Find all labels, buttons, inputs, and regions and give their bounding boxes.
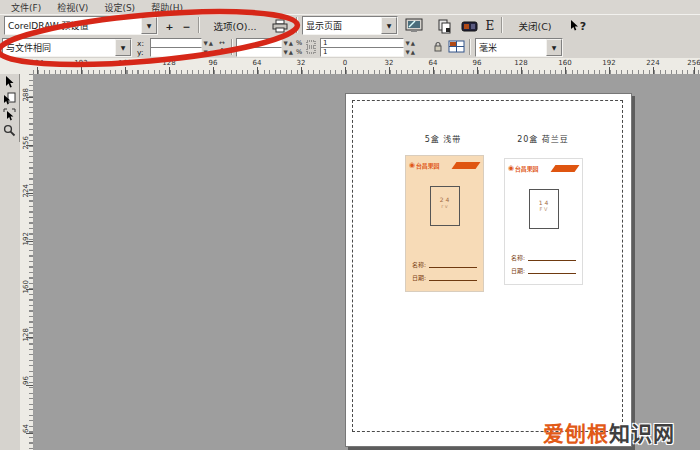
print-style-combobox[interactable]: CorelDRAW 预设值 ▼ (4, 16, 158, 35)
blank-line (528, 268, 576, 274)
zoom-tool-button[interactable] (2, 123, 18, 138)
ruler-label: 256 (683, 59, 700, 67)
show-page-combobox[interactable]: 显示页面 ▼ (302, 16, 398, 35)
ruler-label: 128 (510, 59, 532, 67)
mirror-button[interactable]: E (481, 16, 499, 36)
ruler-major-tick (213, 67, 214, 74)
tile-count-fields: 1▼▲ 1▼▲ (320, 39, 416, 56)
ruler-label: 0 (334, 59, 356, 67)
ruler-major-tick (26, 97, 33, 98)
ruler-major-tick (433, 67, 434, 74)
preview-workspace (33, 74, 700, 450)
horizontal-ruler[interactable]: 2241921601289664320326496128160192224256 (0, 58, 700, 75)
left-gutter (0, 142, 20, 450)
h-spacing-icon: ↔ (219, 39, 225, 47)
image-position-value: 与文件相同 (3, 41, 115, 54)
ruler-major-tick (257, 67, 258, 74)
blank-line (429, 262, 477, 268)
imposition-tool-button[interactable] (2, 91, 18, 106)
color-preview-button[interactable] (400, 16, 428, 36)
tiles-down-input[interactable]: 1 (320, 47, 404, 57)
height-input[interactable] (236, 47, 282, 57)
menu-settings[interactable]: 设定(S) (97, 0, 142, 15)
name-field-label: 名称: (412, 262, 426, 268)
lock-icon[interactable] (433, 41, 443, 55)
spinner-arrows-icon[interactable]: ▼▲ (404, 49, 416, 55)
print-button[interactable] (267, 16, 293, 36)
monitor-icon (405, 18, 424, 34)
v-spacing-icon: ↕ (219, 47, 225, 55)
xy-labels: x: y: (137, 39, 144, 57)
banner-stripe (551, 165, 580, 172)
add-print-style-button[interactable]: + (161, 16, 178, 36)
pick-tool-button[interactable] (2, 75, 18, 90)
center-box: 1 4 F V (529, 189, 559, 229)
ruler-label: 128 (22, 328, 30, 341)
imposition-layout-icon[interactable] (448, 40, 465, 55)
invert-button[interactable] (457, 16, 481, 36)
size-fields: ▼▲ ▼▲ (236, 39, 294, 56)
ruler-label: 96 (202, 59, 224, 67)
chevron-down-icon[interactable]: ▼ (546, 39, 562, 56)
chevron-down-icon[interactable]: ▼ (141, 17, 157, 34)
label-card-right[interactable]: ◉ 台昌果园 1 4 F V 名称: 日期: (504, 158, 583, 285)
ruler-major-tick (653, 67, 654, 74)
ruler-major-tick (26, 385, 33, 386)
ruler-major-tick (345, 67, 346, 74)
print-separations-button[interactable] (433, 16, 457, 36)
ruler-label: 256 (22, 136, 30, 149)
ruler-label: 192 (598, 59, 620, 67)
options-button[interactable]: 选项(O)... (204, 16, 266, 36)
watermark: 爱刨根知识网 (543, 417, 675, 447)
ruler-label: 32 (290, 59, 312, 67)
ruler-major-tick (26, 193, 33, 194)
preview-toolbox (0, 74, 20, 144)
delete-print-style-button[interactable]: − (178, 16, 195, 36)
ruler-major-tick (301, 67, 302, 74)
spinner-arrows-icon[interactable]: ▼▲ (282, 49, 294, 55)
spinner-arrows-icon[interactable]: ▼▲ (202, 49, 214, 55)
spinner-arrows-icon[interactable]: ▼▲ (202, 40, 214, 46)
menu-view[interactable]: 检视(V) (50, 0, 95, 15)
ruler-label: 96 (466, 59, 488, 67)
spinner-arrows-icon[interactable]: ▼▲ (282, 40, 294, 46)
vertical-ruler[interactable]: 2882562241921601289664 (20, 74, 34, 450)
date-field-label: 日期: (511, 268, 525, 274)
proportional-icon[interactable] (306, 40, 316, 56)
page-preview[interactable] (345, 93, 632, 447)
chevron-down-icon[interactable]: ▼ (381, 17, 397, 34)
ruler-major-tick (81, 67, 82, 74)
ruler-label: 288 (22, 88, 30, 101)
right-card-caption: 20盒 荷兰豆 (498, 133, 588, 144)
arrow-marks-icon (3, 108, 16, 121)
pages-stack-icon (437, 19, 453, 34)
menu-file[interactable]: 文件(F) (4, 0, 48, 15)
units-value: 毫米 (476, 41, 546, 54)
ruler-label: 64 (246, 59, 268, 67)
spinner-arrows-icon[interactable]: ▼▲ (404, 40, 416, 46)
left-card-caption: 5盒 浅带 (398, 133, 488, 144)
date-field-label: 日期: (412, 275, 426, 281)
image-position-combobox[interactable]: 与文件相同 ▼ (2, 38, 132, 57)
ruler-label: 224 (26, 59, 48, 67)
y-position-input[interactable] (150, 47, 202, 57)
brand-logo-icon: ◉ (409, 162, 415, 169)
label-card-left[interactable]: ◉ 台昌果园 2 4 r v 名称: 日期: (405, 155, 484, 292)
context-help-button[interactable]: ? (565, 16, 591, 36)
ruler-major-tick (26, 433, 33, 434)
ruler-major-tick (37, 67, 38, 74)
magnifier-icon (3, 124, 16, 137)
ruler-major-tick (609, 67, 610, 74)
ruler-label: 32 (378, 59, 400, 67)
units-combobox[interactable]: 毫米 ▼ (475, 38, 563, 57)
center-box-text: 2 4 (431, 196, 459, 203)
chevron-down-icon[interactable]: ▼ (115, 39, 131, 56)
marks-placement-tool-button[interactable] (2, 107, 18, 122)
brand-logo-icon: ◉ (508, 165, 514, 172)
arrow-page-icon (3, 92, 16, 105)
ruler-label: 224 (22, 184, 30, 197)
close-button[interactable]: 关闭(C) (507, 16, 563, 36)
ruler-label: 160 (22, 280, 30, 293)
center-box: 2 4 r v (430, 186, 460, 226)
menu-help[interactable]: 帮助(H) (144, 0, 190, 15)
